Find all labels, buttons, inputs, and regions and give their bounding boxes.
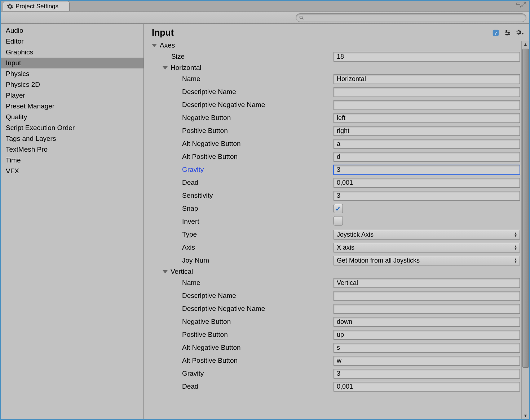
chevron-updown-icon: ▴▾: [514, 258, 517, 263]
label-name: Name: [182, 75, 334, 83]
label-descriptive_negative_name: Descriptive Negative Name: [182, 305, 334, 313]
page-title: Input: [152, 27, 174, 38]
input-negative_button[interactable]: [334, 317, 520, 327]
label-positive_button: Positive Button: [182, 331, 334, 339]
inspector: Axes Size HorizontalNameDescriptive Name…: [144, 41, 529, 419]
label-invert: Invert: [182, 218, 334, 225]
chevron-down-icon: [163, 66, 168, 70]
input-descriptive_name[interactable]: [334, 87, 520, 97]
input-alt_negative_button[interactable]: [334, 139, 520, 149]
foldout-entry-label: Vertical: [171, 268, 193, 276]
row-dead: Dead: [152, 380, 521, 393]
sidebar-item-player[interactable]: Player: [1, 90, 143, 101]
row-positive_button: Positive Button: [152, 124, 521, 137]
dropdown-axis[interactable]: X axis▴▾: [334, 243, 520, 253]
input-descriptive_negative_name[interactable]: [334, 304, 520, 314]
row-gravity: Gravity: [152, 163, 521, 176]
label-alt_negative_button: Alt Negative Button: [182, 140, 334, 148]
sidebar-item-textmesh-pro[interactable]: TextMesh Pro: [1, 144, 143, 155]
dropdown-joy_num[interactable]: Get Motion from all Joysticks▴▾: [334, 256, 520, 265]
dropdown-type[interactable]: Joystick Axis▴▾: [334, 230, 520, 240]
chevron-down-icon: [152, 44, 157, 47]
chevron-down-icon: [163, 270, 168, 273]
sidebar-item-physics[interactable]: Physics: [1, 68, 143, 79]
label-alt_positive_button: Alt Positive Button: [182, 357, 334, 365]
input-descriptive_name[interactable]: [334, 291, 520, 301]
input-dead[interactable]: [334, 382, 520, 392]
input-dead[interactable]: [334, 178, 520, 188]
foldout-entry-header[interactable]: Vertical: [163, 267, 521, 276]
svg-text:▾: ▾: [522, 32, 524, 35]
input-descriptive_negative_name[interactable]: [334, 100, 520, 110]
row-sensitivity: Sensitivity: [152, 189, 521, 202]
label-descriptive_negative_name: Descriptive Negative Name: [182, 101, 334, 109]
sidebar-item-time[interactable]: Time: [1, 155, 143, 166]
inspector-body: Axes Size HorizontalNameDescriptive Name…: [144, 41, 521, 419]
foldout-entry-label: Horizontal: [171, 64, 202, 72]
label-axis: Axis: [182, 243, 334, 251]
search-input[interactable]: [296, 13, 526, 22]
row-negative_button: Negative Button: [152, 315, 521, 328]
foldout-axes-header[interactable]: Axes: [152, 41, 521, 50]
scrollbar-thumb[interactable]: [522, 49, 529, 368]
sidebar-item-editor[interactable]: Editor: [1, 36, 143, 47]
main: AudioEditorGraphicsInputPhysicsPhysics 2…: [1, 24, 529, 419]
help-icon[interactable]: ?: [492, 29, 500, 37]
sidebar-item-audio[interactable]: Audio: [1, 25, 143, 36]
gear-dropdown-icon[interactable]: ▾: [516, 29, 524, 36]
sidebar-item-script-execution-order[interactable]: Script Execution Order: [1, 122, 143, 133]
tab-bar: Project Settings ▭ ✕ ▾≡: [1, 1, 529, 12]
row-descriptive_name: Descriptive Name: [152, 85, 521, 98]
input-alt_positive_button[interactable]: [334, 152, 520, 162]
toolbar: [1, 12, 529, 24]
label-negative_button: Negative Button: [182, 114, 334, 122]
input-negative_button[interactable]: [334, 113, 520, 123]
row-alt_negative_button: Alt Negative Button: [152, 341, 521, 354]
scroll-up-icon[interactable]: ▲: [522, 41, 529, 48]
svg-line-1: [302, 18, 304, 19]
input-gravity[interactable]: [334, 369, 520, 379]
foldout-axes-label: Axes: [160, 41, 175, 49]
input-positive_button[interactable]: [334, 330, 520, 340]
sidebar-item-preset-manager[interactable]: Preset Manager: [1, 101, 143, 112]
input-sensitivity[interactable]: [334, 191, 520, 201]
sidebar-item-quality[interactable]: Quality: [1, 112, 143, 122]
svg-point-0: [300, 16, 302, 18]
input-alt_positive_button[interactable]: [334, 356, 520, 366]
foldout-entry-header[interactable]: Horizontal: [163, 63, 521, 72]
sidebar-item-vfx[interactable]: VFX: [1, 166, 143, 177]
input-gravity[interactable]: [334, 165, 520, 175]
settings-sliders-icon[interactable]: [504, 29, 511, 36]
scroll-down-icon[interactable]: ▼: [522, 412, 529, 419]
row-descriptive_name: Descriptive Name: [152, 289, 521, 302]
input-name[interactable]: [334, 278, 520, 288]
tab-project-settings[interactable]: Project Settings: [3, 1, 70, 11]
checkbox-invert[interactable]: [334, 216, 343, 225]
label-descriptive_name: Descriptive Name: [182, 292, 334, 300]
input-positive_button[interactable]: [334, 126, 520, 136]
sidebar-item-graphics[interactable]: Graphics: [1, 47, 143, 58]
checkbox-snap[interactable]: [334, 204, 343, 213]
input-size[interactable]: [334, 52, 520, 62]
label-gravity: Gravity: [182, 166, 334, 174]
label-dead: Dead: [182, 383, 334, 390]
sidebar-item-physics-2d[interactable]: Physics 2D: [1, 79, 143, 90]
label-type: Type: [182, 231, 334, 238]
row-axis: AxisX axis▴▾: [152, 241, 521, 254]
row-alt_positive_button: Alt Positive Button: [152, 150, 521, 163]
scrollbar-track[interactable]: [522, 49, 529, 411]
row-type: TypeJoystick Axis▴▾: [152, 228, 521, 241]
context-menu-icon[interactable]: ▾≡: [520, 5, 524, 8]
input-alt_negative_button[interactable]: [334, 343, 520, 353]
sidebar-item-tags-and-layers[interactable]: Tags and Layers: [1, 133, 143, 144]
gear-icon: [7, 3, 13, 10]
svg-point-7: [506, 30, 507, 31]
label-alt_negative_button: Alt Negative Button: [182, 344, 334, 352]
row-alt_negative_button: Alt Negative Button: [152, 137, 521, 150]
row-alt_positive_button: Alt Positive Button: [152, 354, 521, 367]
scrollbar-vertical[interactable]: ▲ ▼: [521, 41, 529, 419]
sidebar-item-input[interactable]: Input: [1, 58, 143, 68]
row-size: Size: [152, 50, 521, 63]
chevron-updown-icon: ▴▾: [514, 232, 517, 237]
input-name[interactable]: [334, 74, 520, 84]
